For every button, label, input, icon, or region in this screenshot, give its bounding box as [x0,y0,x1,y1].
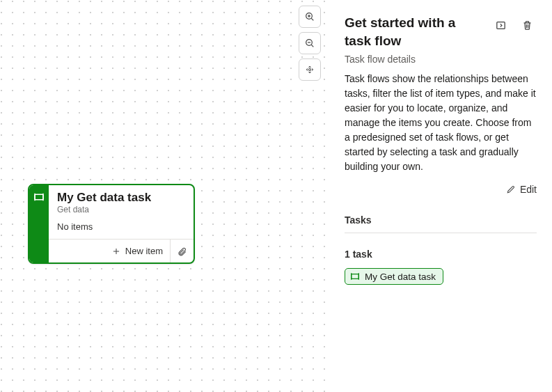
task-flow-canvas[interactable]: My Get data task Get data No items New i… [0,0,329,392]
expand-panel-button[interactable] [491,15,510,35]
svg-line-5 [311,45,313,47]
new-item-label: New item [125,246,163,256]
task-type-icon [33,191,45,203]
task-count-label: 1 task [345,249,537,260]
zoom-out-icon [304,38,315,49]
task-type-icon [349,271,361,282]
zoom-in-icon [304,11,315,22]
task-chip-label: My Get data task [365,272,436,282]
zoom-out-button[interactable] [299,32,321,54]
panel-subtitle: Task flow details [345,54,537,65]
attach-existing-button[interactable] [170,240,194,262]
svg-point-7 [309,69,311,71]
task-card-subtitle: Get data [57,205,185,214]
edit-label: Edit [520,184,537,195]
details-panel: Get started with a task flow Task flow d… [329,0,552,392]
svg-rect-16 [352,274,359,279]
fit-icon [304,64,315,75]
edit-button[interactable]: Edit [506,184,537,195]
task-card-footer: New item [49,239,194,262]
trash-icon [521,19,533,31]
fit-to-screen-button[interactable] [299,58,321,81]
expand-icon [495,19,507,31]
paperclip-icon [178,246,187,256]
zoom-in-button[interactable] [299,6,321,28]
svg-rect-8 [35,194,43,200]
svg-line-1 [311,18,313,20]
tasks-section-heading: Tasks [345,214,537,233]
plus-icon [111,246,121,256]
task-card-accent [29,185,49,262]
new-item-button[interactable]: New item [49,240,170,262]
panel-title: Get started with a task flow [345,14,484,49]
task-chip[interactable]: My Get data task [345,268,443,285]
svg-rect-13 [496,22,504,29]
task-card-title: My Get data task [57,191,185,205]
pencil-icon [506,185,516,194]
task-card[interactable]: My Get data task Get data No items New i… [28,184,195,264]
task-card-items-status: No items [57,221,185,232]
task-card-body: My Get data task Get data No items New i… [49,185,194,262]
panel-description: Task flows show the relationships betwee… [345,72,537,174]
delete-button[interactable] [517,15,537,35]
zoom-controls [299,6,321,81]
